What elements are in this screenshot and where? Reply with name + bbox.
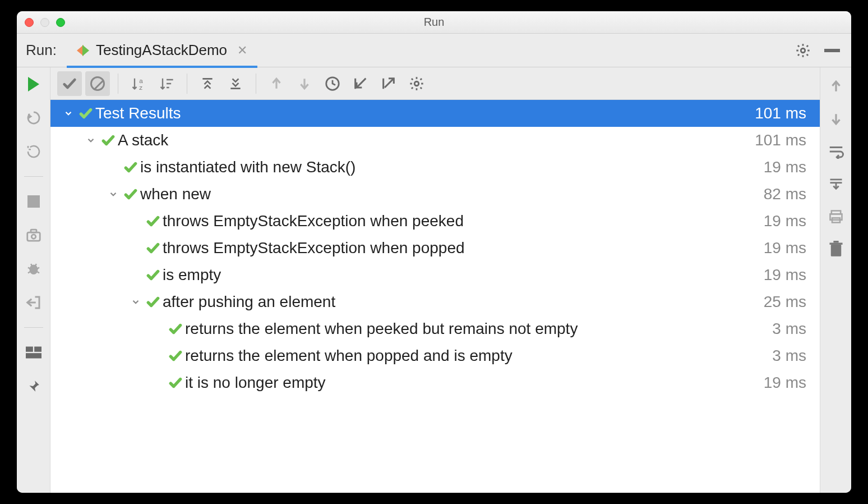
tree-node-label: throws EmptyStackException when popped [163,239,764,257]
pass-icon [121,187,140,201]
run-config-tab[interactable]: TestingAStackDemo ✕ [67,35,257,68]
svg-rect-1 [27,195,40,208]
svg-rect-8 [26,353,41,358]
import-tests-button[interactable] [348,71,373,96]
tree-node-label: after pushing an element [163,293,764,311]
tool-window-label: Run: [26,42,57,59]
tree-node-label: throws EmptyStackException when peeked [163,212,764,230]
dump-threads-button[interactable] [25,226,43,244]
test-runner-settings-button[interactable] [404,71,429,96]
tree-node-duration: 101 ms [755,131,810,149]
mac-titlebar[interactable]: Run [17,11,851,34]
tree-node-row[interactable]: throws EmptyStackException when peeked19… [50,208,820,235]
tree-node-duration: 19 ms [764,212,810,230]
close-tab-icon[interactable]: ✕ [237,43,247,58]
console-right-rail [820,67,851,493]
svg-point-0 [801,48,805,52]
tree-node-label: is empty [163,266,764,284]
print-button[interactable] [827,208,845,226]
scroll-down-button[interactable] [827,110,845,128]
pass-icon [144,295,163,309]
pass-icon [76,106,95,121]
tree-root-row[interactable]: Test Results 101 ms [50,100,820,127]
chevron-down-icon[interactable] [105,189,121,199]
pass-icon [144,241,163,255]
window-title: Run [17,16,851,29]
zoom-window-button[interactable] [56,18,65,27]
pass-icon [166,375,185,390]
stop-button[interactable] [25,193,43,210]
pass-icon [99,133,118,148]
tool-window-settings-icon[interactable] [795,43,811,58]
prev-failed-button[interactable] [264,71,289,96]
collapse-all-button[interactable] [223,71,248,96]
run-config-name: TestingAStackDemo [96,42,227,59]
chevron-down-icon[interactable] [128,297,144,307]
pass-icon [121,160,140,175]
tree-node-duration: 19 ms [764,239,810,257]
svg-rect-18 [833,241,838,242]
tree-node-row[interactable]: is instantiated with new Stack()19 ms [50,154,820,181]
tree-node-row[interactable]: A stack101 ms [50,127,820,154]
show-ignored-toggle[interactable] [85,71,110,96]
rerun-button[interactable] [25,75,43,93]
run-tool-window: Run Run: TestingAStackDemo ✕ [17,11,851,493]
toggle-auto-test-button[interactable] [25,143,43,161]
chevron-down-icon[interactable] [83,135,99,145]
tree-node-duration: 82 ms [764,185,810,203]
scroll-to-end-button[interactable] [827,175,845,193]
close-window-button[interactable] [25,18,34,27]
pass-icon [144,214,163,228]
clear-all-button[interactable] [827,240,845,258]
run-config-icon [77,45,89,56]
pass-icon [166,349,185,363]
svg-point-12 [414,81,418,85]
next-failed-button[interactable] [292,71,317,96]
chevron-down-icon[interactable] [61,108,76,118]
svg-rect-6 [26,347,33,352]
tree-node-row[interactable]: is empty19 ms [50,262,820,288]
debug-button[interactable] [25,260,43,278]
svg-text:z: z [139,83,142,90]
tree-node-row[interactable]: after pushing an element25 ms [50,288,820,315]
exit-button[interactable] [25,294,43,311]
pass-icon [166,322,185,336]
hide-tool-window-icon[interactable] [824,49,840,52]
show-passed-toggle[interactable] [57,71,82,96]
test-toolbar: az [50,67,820,100]
sort-by-duration-button[interactable] [154,71,179,96]
svg-rect-7 [34,347,41,352]
tree-node-label: it is no longer empty [185,374,764,392]
layout-button[interactable] [25,343,43,361]
tree-node-row[interactable]: throws EmptyStackException when popped19… [50,235,820,262]
tree-node-duration: 3 ms [772,347,810,365]
pin-button[interactable] [25,377,43,395]
expand-all-button[interactable] [195,71,220,96]
tree-node-row[interactable]: it is no longer empty19 ms [50,369,820,396]
rerun-failed-button[interactable] [25,109,43,127]
minimize-window-button[interactable] [40,18,49,27]
tree-node-label: A stack [118,131,755,149]
tree-node-row[interactable]: returns the element when peeked but rema… [50,315,820,342]
soft-wrap-button[interactable] [827,143,845,161]
svg-rect-17 [829,242,842,244]
tree-node-label: returns the element when peeked but rema… [185,320,772,338]
tree-node-row[interactable]: when new82 ms [50,181,820,208]
sort-alphabetically-button[interactable]: az [126,71,151,96]
svg-point-5 [29,265,38,275]
run-left-rail [17,67,50,493]
scroll-up-button[interactable] [827,77,845,95]
tree-node-row[interactable]: returns the element when popped and is e… [50,342,820,369]
tree-node-label: when new [140,185,764,203]
svg-rect-2 [27,232,40,241]
tree-node-label: Test Results [95,104,755,122]
svg-rect-4 [31,230,36,232]
tree-node-duration: 3 ms [772,320,810,338]
tree-node-duration: 19 ms [764,158,810,176]
traffic-lights [25,18,65,27]
tree-node-duration: 19 ms [764,266,810,284]
export-tests-button[interactable] [376,71,401,96]
test-history-button[interactable] [320,71,345,96]
test-results-tree[interactable]: Test Results 101 ms A stack101 msis inst… [50,100,820,493]
svg-rect-16 [830,245,841,256]
